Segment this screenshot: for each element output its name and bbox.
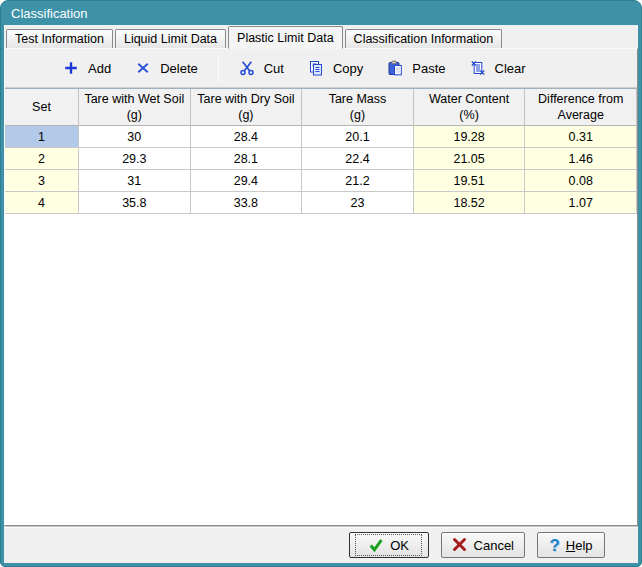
tab-classification-information[interactable]: Classification Information — [345, 29, 503, 48]
header-line: Set — [32, 99, 51, 115]
cell-set[interactable]: 1 — [5, 126, 79, 148]
button-bar: OK Cancel ? Help — [4, 526, 638, 563]
question-mark-icon: ? — [549, 537, 559, 554]
clear-label: Clear — [495, 61, 526, 76]
tab-test-information[interactable]: Test Information — [6, 29, 113, 48]
ok-button[interactable]: OK — [349, 532, 429, 558]
ok-label: OK — [390, 538, 409, 553]
cell-water-content: 19.28 — [414, 126, 526, 148]
cell-tare-wet[interactable]: 30 — [79, 126, 191, 148]
cell-set[interactable]: 2 — [5, 148, 79, 170]
col-header-tare-dry: Tare with Dry Soil(g) — [191, 89, 303, 126]
clear-button[interactable]: Clear — [458, 55, 538, 81]
classification-dialog: Classification Test Information Liquid L… — [0, 0, 642, 567]
cell-tare-mass[interactable]: 22.4 — [302, 148, 414, 170]
cell-tare-mass[interactable]: 23 — [302, 192, 414, 214]
header-line: Tare with Dry Soil — [197, 91, 294, 107]
scissors-icon — [239, 60, 255, 76]
plastic-limit-panel: Add Delete — [4, 48, 638, 526]
col-header-tare-mass: Tare Mass(g) — [302, 89, 414, 126]
cell-set[interactable]: 4 — [5, 192, 79, 214]
cell-tare-dry[interactable]: 29.4 — [191, 170, 303, 192]
cell-tare-dry[interactable]: 28.4 — [191, 126, 303, 148]
header-line: (g) — [350, 107, 365, 123]
cell-difference: 1.07 — [525, 192, 637, 214]
help-label-rest: elp — [575, 538, 592, 553]
header-line: (g) — [127, 107, 142, 123]
cut-button[interactable]: Cut — [227, 55, 296, 81]
help-label: Help — [566, 538, 593, 553]
ok-focus-ring: OK — [355, 534, 422, 556]
col-header-water-content: Water Content(%) — [414, 89, 526, 126]
delete-button[interactable]: Delete — [123, 55, 210, 81]
add-button[interactable]: Add — [51, 55, 123, 81]
paste-button[interactable]: Paste — [375, 55, 457, 81]
table-row: 4 35.8 33.8 23 18.52 1.07 — [5, 192, 637, 214]
header-line: Tare Mass — [329, 91, 387, 107]
tab-plastic-limit-data[interactable]: Plastic Limit Data — [228, 26, 343, 49]
cell-set[interactable]: 3 — [5, 170, 79, 192]
help-label-underlined: H — [566, 538, 575, 553]
cell-difference: 1.46 — [525, 148, 637, 170]
cut-label: Cut — [264, 61, 284, 76]
paste-label: Paste — [412, 61, 445, 76]
header-line: Tare with Wet Soil — [84, 91, 184, 107]
cancel-button[interactable]: Cancel — [441, 532, 525, 558]
title-bar[interactable]: Classification — [1, 1, 641, 25]
add-label: Add — [88, 61, 111, 76]
table-row: 3 31 29.4 21.2 19.51 0.08 — [5, 170, 637, 192]
tab-label: Test Information — [15, 32, 104, 46]
dialog-content: Test Information Liquid Limit Data Plast… — [4, 25, 638, 563]
header-line: Water Content — [429, 91, 509, 107]
col-header-tare-wet: Tare with Wet Soil(g) — [79, 89, 191, 126]
copy-pages-icon — [308, 60, 324, 76]
table-row: 1 30 28.4 20.1 19.28 0.31 — [5, 126, 637, 148]
plastic-limit-table: Set Tare with Wet Soil(g) Tare with Dry … — [5, 88, 637, 525]
tab-label: Liquid Limit Data — [124, 32, 217, 46]
delete-label: Delete — [160, 61, 198, 76]
copy-button[interactable]: Copy — [296, 55, 375, 81]
tab-label: Classification Information — [354, 32, 494, 46]
plus-icon — [63, 60, 79, 76]
cell-water-content: 19.51 — [414, 170, 526, 192]
tab-label: Plastic Limit Data — [237, 31, 334, 45]
toolbar-separator — [218, 55, 219, 82]
cell-difference: 0.31 — [525, 126, 637, 148]
cell-tare-mass[interactable]: 20.1 — [302, 126, 414, 148]
header-line: Average — [558, 107, 604, 123]
window-title: Classification — [11, 6, 88, 21]
red-x-icon — [452, 537, 468, 553]
help-button[interactable]: ? Help — [537, 532, 605, 558]
cell-water-content: 18.52 — [414, 192, 526, 214]
toolbar: Add Delete — [5, 49, 637, 88]
cancel-label: Cancel — [474, 538, 514, 553]
cell-tare-dry[interactable]: 33.8 — [191, 192, 303, 214]
clipboard-icon — [387, 60, 403, 76]
cell-water-content: 21.05 — [414, 148, 526, 170]
x-icon — [135, 60, 151, 76]
tab-liquid-limit-data[interactable]: Liquid Limit Data — [115, 29, 226, 48]
table-row: 2 29.3 28.1 22.4 21.05 1.46 — [5, 148, 637, 170]
copy-label: Copy — [333, 61, 363, 76]
cell-tare-dry[interactable]: 28.1 — [191, 148, 303, 170]
table-empty-area — [5, 214, 637, 525]
green-check-icon — [368, 537, 384, 553]
col-header-set: Set — [5, 89, 79, 126]
header-line: (%) — [459, 107, 478, 123]
tab-strip: Test Information Liquid Limit Data Plast… — [4, 25, 638, 48]
header-line: (g) — [238, 107, 253, 123]
cell-tare-wet[interactable]: 29.3 — [79, 148, 191, 170]
cell-tare-mass[interactable]: 21.2 — [302, 170, 414, 192]
cell-difference: 0.08 — [525, 170, 637, 192]
header-line: Difference from — [538, 91, 623, 107]
cell-tare-wet[interactable]: 35.8 — [79, 192, 191, 214]
cell-tare-wet[interactable]: 31 — [79, 170, 191, 192]
clear-grid-icon — [470, 60, 486, 76]
table-header-row: Set Tare with Wet Soil(g) Tare with Dry … — [5, 89, 637, 126]
col-header-difference: Difference fromAverage — [525, 89, 637, 126]
